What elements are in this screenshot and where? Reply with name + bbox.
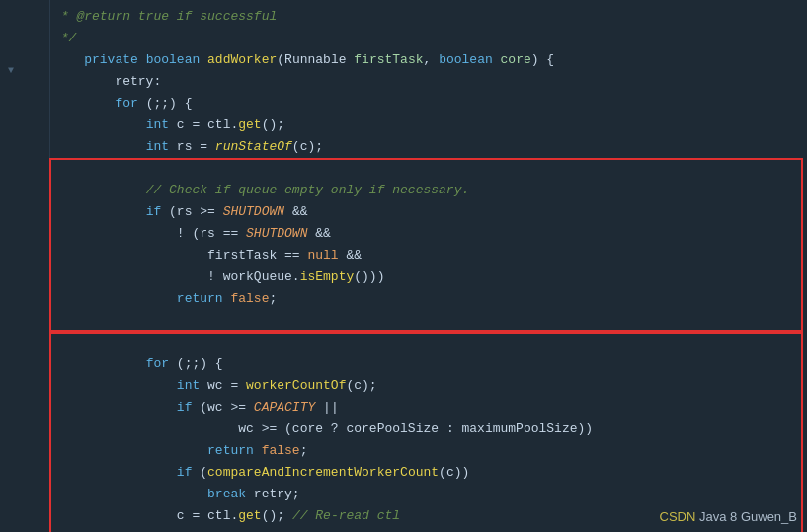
line-content: retry: — [49, 72, 807, 92]
line-content: break retry; — [49, 485, 807, 504]
code-line: // Check if queue empty only if necessar… — [0, 180, 807, 201]
line-content: */ — [49, 29, 807, 48]
code-line: firstTask == null && — [0, 245, 807, 266]
code-line: ! (rs == SHUTDOWN && — [0, 223, 807, 245]
code-line: ▼ private boolean addWorker(Runnable fir… — [0, 49, 807, 71]
line-content: private boolean addWorker(Runnable first… — [49, 50, 807, 70]
code-line: */ — [0, 28, 807, 49]
code-line: for (;;) { — [0, 353, 807, 375]
line-content: int rs = runStateOf(c); — [49, 137, 807, 157]
code-line: int wc = workerCountOf(c); — [0, 375, 807, 397]
code-line: break retry; — [0, 484, 807, 505]
code-line: ! workQueue.isEmpty())) — [0, 266, 807, 288]
line-content: int c = ctl.get(); — [49, 115, 807, 135]
code-line: wc >= (core ? corePoolSize : maximumPool… — [0, 418, 807, 440]
code-line — [0, 158, 807, 180]
line-content: for (;;) { — [49, 94, 807, 114]
line-content: return false; — [49, 289, 807, 309]
code-line — [0, 332, 807, 353]
watermark: CSDN Java 8 Guwen_B — [660, 509, 797, 524]
line-content: if (wc >= CAPACITY || — [49, 398, 807, 418]
line-content: if (compareAndIncrementWorkerCount(c)) — [49, 463, 807, 483]
watermark-middle: Java 8 Guwen_B — [699, 509, 797, 524]
watermark-site: CSDN — [660, 509, 696, 524]
line-content — [49, 333, 807, 352]
line-content: for (;;) { — [49, 354, 807, 374]
code-line: retry: — [0, 71, 807, 93]
line-content: return false; — [49, 441, 807, 461]
line-content: * @return true if successful — [49, 7, 807, 27]
code-line — [0, 310, 807, 332]
line-content: int wc = workerCountOf(c); — [49, 376, 807, 396]
code-line: if (runStateOf(c) != rs) — [0, 527, 807, 532]
code-line: for (;;) { — [0, 93, 807, 114]
code-line: if (wc >= CAPACITY || — [0, 397, 807, 418]
line-content: ! (rs == SHUTDOWN && — [49, 224, 807, 244]
code-line: return false; — [0, 288, 807, 310]
line-content: if (rs >= SHUTDOWN && — [49, 202, 807, 222]
line-content: firstTask == null && — [49, 246, 807, 266]
code-line: int c = ctl.get(); — [0, 114, 807, 136]
line-content — [49, 159, 807, 179]
line-content: ! workQueue.isEmpty())) — [49, 267, 807, 287]
code-container: * @return true if successful */▼ private… — [0, 0, 807, 532]
code-line: int rs = runStateOf(c); — [0, 136, 807, 158]
code-line: if (compareAndIncrementWorkerCount(c)) — [0, 462, 807, 484]
line-content: // Check if queue empty only if necessar… — [49, 181, 807, 200]
code-line: return false; — [0, 440, 807, 462]
code-line: * @return true if successful — [0, 6, 807, 28]
line-content: if (runStateOf(c) != rs) — [49, 528, 807, 532]
code-line: if (rs >= SHUTDOWN && — [0, 201, 807, 223]
line-content: wc >= (core ? corePoolSize : maximumPool… — [49, 419, 807, 439]
line-content — [49, 311, 807, 331]
